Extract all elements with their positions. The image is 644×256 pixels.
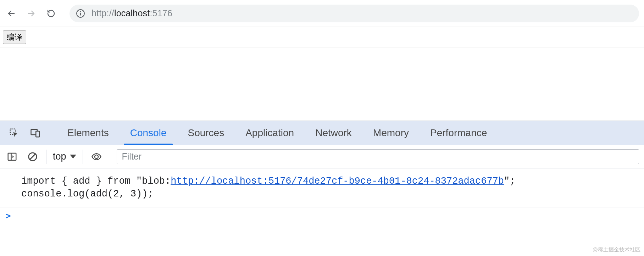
tab-application[interactable]: Application: [235, 121, 305, 145]
console-log-line-2: console.log(add(2, 3));: [21, 188, 640, 200]
clear-console-icon[interactable]: [26, 150, 40, 164]
separator: [110, 150, 110, 164]
page-whitespace: [0, 48, 644, 121]
log-text: ";: [504, 176, 515, 187]
tab-sources[interactable]: Sources: [177, 121, 235, 145]
browser-toolbar: http://localhost:5176: [0, 0, 644, 27]
execution-context-picker[interactable]: top: [53, 151, 76, 162]
compile-button[interactable]: 编译: [3, 30, 26, 44]
site-info-icon[interactable]: [76, 9, 85, 18]
svg-point-12: [95, 155, 98, 158]
svg-point-4: [80, 11, 81, 12]
inspect-element-icon[interactable]: [4, 121, 25, 145]
tab-console[interactable]: Console: [120, 121, 177, 145]
log-text: import { add } from "blob:: [21, 176, 171, 187]
forward-button[interactable]: [25, 7, 38, 20]
devtools-tab-bar: Elements Console Sources Application Net…: [0, 121, 644, 145]
context-label: top: [53, 151, 66, 162]
filter-input[interactable]: [117, 149, 639, 164]
svg-rect-8: [8, 153, 16, 160]
page-content: 编译: [0, 27, 644, 48]
url-text: http://localhost:5176: [91, 8, 172, 18]
prompt-caret-icon: >: [6, 211, 11, 221]
devtools-panel: Elements Console Sources Application Net…: [0, 121, 644, 221]
console-log-line-1: import { add } from "blob:http://localho…: [21, 175, 640, 188]
live-expression-icon[interactable]: [89, 150, 104, 164]
device-toolbar-icon[interactable]: [25, 121, 46, 145]
url-host: localhost: [114, 8, 150, 18]
address-bar[interactable]: http://localhost:5176: [70, 5, 639, 22]
url-port: :5176: [150, 8, 172, 18]
tab-memory[interactable]: Memory: [362, 121, 420, 145]
watermark: @稀土掘金技术社区: [593, 246, 640, 253]
blob-url-link[interactable]: http://localhost:5176/74de27cf-b9ce-4b01…: [171, 176, 504, 187]
tab-performance[interactable]: Performance: [420, 121, 498, 145]
url-protocol: http://: [91, 8, 114, 18]
reload-button[interactable]: [45, 7, 57, 20]
tab-elements[interactable]: Elements: [57, 121, 120, 145]
tab-network[interactable]: Network: [305, 121, 362, 145]
separator: [46, 150, 46, 164]
console-output: import { add } from "blob:http://localho…: [0, 168, 644, 207]
console-prompt[interactable]: >: [0, 207, 644, 221]
back-button[interactable]: [5, 7, 18, 20]
svg-line-11: [30, 154, 35, 159]
separator: [83, 150, 83, 164]
toggle-sidebar-icon[interactable]: [5, 150, 19, 164]
chevron-down-icon: [70, 155, 76, 158]
console-toolbar: top: [0, 145, 644, 168]
svg-rect-7: [36, 131, 39, 137]
